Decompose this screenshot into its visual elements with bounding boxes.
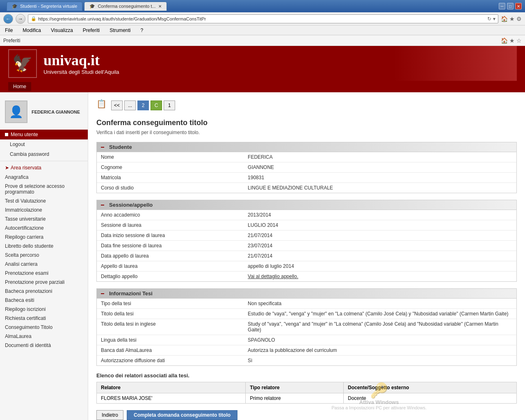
studente-section: Studente Nome FEDERICA Cognome GIANNONE … — [96, 142, 517, 193]
sidebar-link-documenti-identita[interactable]: Documenti di identità — [0, 341, 88, 350]
logout-label: Logout — [10, 142, 25, 147]
sidebar-link-autocertificazione[interactable]: Autocertificazione — [0, 224, 88, 233]
studente-label-matricola: Matricola — [97, 173, 244, 183]
sessione-section-header: Sessione/appello — [97, 200, 516, 210]
tesi-value-tipo: Non specificata — [244, 299, 516, 309]
tab2-favicon: 🎓 — [89, 4, 95, 9]
university-logo: 🦅 — [8, 49, 37, 78]
tab2-close[interactable]: ✕ — [158, 4, 162, 9]
minimize-button[interactable]: ─ — [499, 3, 505, 9]
tesi-label-lingua: Lingua della tesi — [97, 335, 244, 345]
relatori-col-relatore: Relatore — [97, 382, 246, 393]
tesi-value-banca: Autorizza la pubblicazione del curriculu… — [244, 345, 516, 356]
sidebar-item-menu-utente[interactable]: Menu utente — [0, 130, 88, 139]
studente-row-nome: Nome FEDERICA — [97, 152, 516, 162]
studente-value-nome: FEDERICA — [244, 152, 516, 162]
tesi-section: Informazioni Tesi Tipo della tesi Non sp… — [96, 288, 517, 366]
menu-preferiti[interactable]: Preferiti — [81, 27, 101, 34]
studente-header-label: Studente — [109, 144, 132, 150]
menu-modifica[interactable]: Modifica — [21, 27, 43, 34]
sidebar-link-analisi-carriera[interactable]: Analisi carriera — [0, 260, 88, 269]
address-bar: ← → 🔒 https://segreteriavirtuale.univaq.… — [0, 12, 525, 25]
home-icon[interactable]: 🏠 — [501, 16, 508, 22]
url-text[interactable]: https://segreteriavirtuale.univaq.it/aut… — [38, 16, 206, 21]
menu-strumenti[interactable]: Strumenti — [108, 27, 132, 34]
main-layout: 👤 FEDERICA GIANNONE Menu utente Logout C… — [0, 92, 525, 420]
sidebar-link-conseguimento-titolo[interactable]: Conseguimento Titolo — [0, 323, 88, 332]
bullet-icon — [5, 133, 8, 136]
tab1-label: Studenti - Segreteria virtuale — [20, 4, 77, 9]
menu-help[interactable]: ? — [139, 27, 145, 34]
sidebar-link-prenotazione-parziali[interactable]: Prenotazione prove parziali — [0, 278, 88, 287]
studente-label-corso: Corso di studio — [97, 183, 244, 193]
tesi-row-titolo-en: Titolo della tesi in inglese Study of "v… — [97, 319, 516, 335]
wizard-icon: 📋 — [96, 99, 110, 112]
sessione-label-data-inizio: Data inizio sessione di laurea — [97, 231, 244, 241]
sidebar-link-bacheca-prenotazioni[interactable]: Bacheca prenotazioni — [0, 287, 88, 296]
wizard-step-c[interactable]: C — [151, 100, 162, 110]
favorites-icon[interactable]: ★ — [509, 16, 515, 22]
studente-section-header: Studente — [97, 142, 516, 152]
home-toolbar-icon[interactable]: 🏠 — [501, 37, 508, 44]
refresh-icon[interactable]: ↻ — [487, 16, 491, 22]
back-button[interactable]: Indietro — [96, 410, 123, 420]
sidebar-link-prenotazione-esami[interactable]: Prenotazione esami — [0, 269, 88, 278]
wizard-step-1[interactable]: 1 — [164, 100, 175, 110]
url-icons: ↻ ▾ — [487, 16, 495, 22]
home-nav-button[interactable]: Home — [8, 82, 31, 91]
sessione-label-appello: Appello di laurea — [97, 261, 244, 272]
tesi-label-autorizzazione: Autorizzazione diffusione dati — [97, 356, 244, 366]
activation-watermark: 🔑 Attiva Windows Passa a Impostazioni PC… — [331, 382, 427, 410]
activation-subtitle: Passa a Impostazioni PC per attivare Win… — [331, 405, 427, 410]
menubar: File Modifica Visualizza Preferiti Strum… — [0, 25, 525, 35]
tab-2[interactable]: 🎓 Conferma conseguimento t... ✕ — [84, 2, 167, 11]
key-icon: 🔑 — [331, 382, 427, 399]
menu-file[interactable]: File — [3, 27, 14, 34]
maximize-button[interactable]: □ — [507, 3, 514, 9]
tesi-label-titolo: Titolo della tesi — [97, 309, 244, 319]
sidebar-link-immatricolazione[interactable]: Immatricolazione — [0, 205, 88, 215]
tesi-value-lingua: SPAGNOLO — [244, 335, 516, 345]
sidebar-link-richiesta-certificati[interactable]: Richiesta certificati — [0, 314, 88, 323]
sessione-row-data-appello: Data appello di laurea 21/07/2014 — [97, 251, 516, 261]
sessione-value-data-appello: 21/07/2014 — [244, 251, 516, 261]
sidebar-link-test[interactable]: Test di Valutazione — [0, 196, 88, 205]
sidebar-link-scelta-percorso[interactable]: Scelta percorso — [0, 251, 88, 260]
dropdown-icon[interactable]: ▾ — [493, 16, 495, 22]
sidebar-link-almalaurea[interactable]: AlmaLaurea — [0, 332, 88, 341]
page-title: Conferma conseguimento titolo — [96, 119, 517, 127]
menu-visualizza[interactable]: Visualizza — [49, 27, 75, 34]
forward-button[interactable]: → — [16, 14, 25, 24]
tab-1[interactable]: 🎓 Studenti - Segreteria virtuale — [7, 2, 82, 11]
sessione-link-dettaglio[interactable]: Vai al dettaglio appello. — [244, 272, 516, 282]
sidebar-link-riepilogo-carriera[interactable]: Riepilogo carriera — [0, 233, 88, 242]
back-button[interactable]: ← — [3, 14, 13, 24]
tesi-row-banca: Banca dati AlmaLaurea Autorizza la pubbl… — [97, 345, 516, 356]
sidebar-item-cambia-password[interactable]: Cambia password — [0, 149, 88, 159]
wizard-nav-back[interactable]: << — [111, 100, 123, 110]
tesi-label-titolo-en: Titolo della tesi in inglese — [97, 319, 244, 335]
sidebar-link-anagrafica[interactable]: Anagrafica — [0, 173, 88, 182]
close-button[interactable]: ✕ — [515, 3, 522, 9]
sidebar-link-libretto[interactable]: Libretto dello studente — [0, 242, 88, 251]
relatori-value-tipo: Primo relatore — [246, 393, 344, 404]
titlebar-tabs: 🎓 Studenti - Segreteria virtuale 🎓 Confe… — [7, 2, 499, 11]
sidebar-link-riepilogo-iscrizioni[interactable]: Riepilogo iscrizioni — [0, 305, 88, 314]
wizard-steps: 📋 << ... 2 C 1 — [96, 99, 517, 112]
star-icon[interactable]: ★ — [509, 37, 515, 44]
sidebar-link-tasse[interactable]: Tasse universitarie — [0, 215, 88, 224]
sidebar-item-logout[interactable]: Logout — [0, 139, 88, 149]
sidebar-link-prove[interactable]: Prove di selezione accesso programmato — [0, 182, 88, 196]
complete-button[interactable]: Completa domanda conseguimento titolo — [127, 410, 237, 420]
action-buttons: Indietro Completa domanda conseguimento … — [96, 410, 517, 420]
sidebar-divider-1 — [0, 161, 88, 161]
window-controls: ─ □ ✕ — [499, 3, 522, 9]
bookmarks-icon[interactable]: ☆ — [516, 37, 522, 44]
studente-label-nome: Nome — [97, 152, 244, 162]
wizard-nav-dots[interactable]: ... — [124, 100, 136, 110]
settings-icon[interactable]: ⚙ — [516, 16, 522, 22]
tesi-row-autorizzazione: Autorizzazione diffusione dati Sì — [97, 356, 516, 366]
wizard-step-2[interactable]: 2 — [137, 100, 149, 110]
table-row: FLORES MARIA JOSE' Primo relatore Docent… — [97, 393, 517, 404]
sidebar-link-bacheca-esiti[interactable]: Bacheca esiti — [0, 296, 88, 305]
